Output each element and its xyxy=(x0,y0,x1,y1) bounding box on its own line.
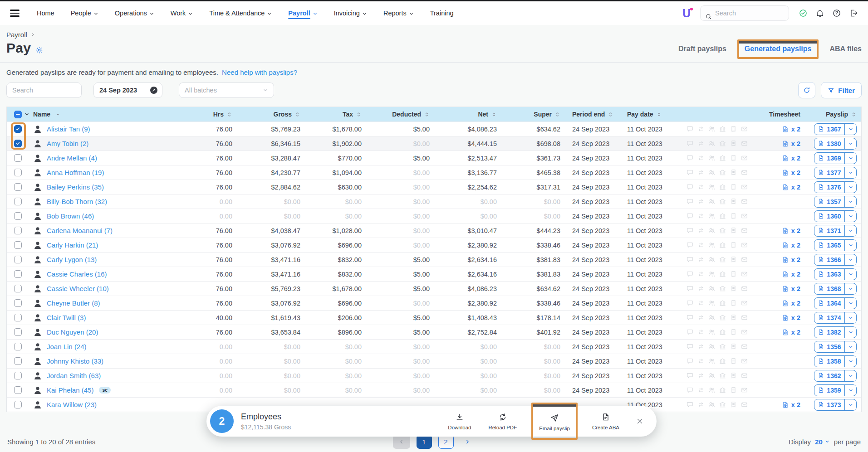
bank-icon[interactable] xyxy=(719,372,726,379)
transfer-icon[interactable] xyxy=(697,401,705,408)
employee-link[interactable]: Jordan Smith (63) xyxy=(47,372,101,379)
employee-link[interactable]: Bob Brown (46) xyxy=(47,212,94,220)
payslip-open-button[interactable]: 1382 xyxy=(814,327,844,338)
payslip-button[interactable]: 1357 xyxy=(814,196,857,208)
global-search-input[interactable] xyxy=(715,10,783,17)
payslip-button[interactable]: 1363 xyxy=(814,268,857,280)
payslip-open-button[interactable]: 1371 xyxy=(814,225,844,236)
nav-item-invoicing[interactable]: Invoicing xyxy=(334,10,367,17)
team-icon[interactable] xyxy=(708,328,716,336)
clear-date-button[interactable] xyxy=(150,87,157,94)
nav-item-operations[interactable]: Operations xyxy=(115,10,154,17)
employee-link[interactable]: Duc Nguyen (20) xyxy=(47,328,98,336)
transfer-icon[interactable] xyxy=(697,212,705,220)
comment-icon[interactable] xyxy=(686,343,694,350)
comment-icon[interactable] xyxy=(686,372,694,379)
envelope-icon[interactable] xyxy=(740,386,748,394)
bank-icon[interactable] xyxy=(719,154,726,162)
payslip-open-button[interactable]: 1374 xyxy=(814,312,844,323)
envelope-icon[interactable] xyxy=(740,241,748,249)
comment-icon[interactable] xyxy=(686,386,694,394)
payslip-button[interactable]: 1367 xyxy=(814,123,857,135)
team-icon[interactable] xyxy=(708,183,716,191)
receipt-icon[interactable] xyxy=(730,285,737,292)
payslip-open-button[interactable]: 1373 xyxy=(814,399,844,410)
team-icon[interactable] xyxy=(708,270,716,278)
select-menu-chevron-icon[interactable] xyxy=(24,112,29,117)
team-icon[interactable] xyxy=(708,241,716,249)
bank-icon[interactable] xyxy=(719,241,726,249)
employee-link[interactable]: Johnny Khisto (33) xyxy=(47,357,103,365)
column-header-hrs[interactable]: Hrs xyxy=(189,111,232,118)
payslip-open-button[interactable]: 1357 xyxy=(814,196,844,207)
pay-date-filter[interactable]: 24 Sep 2023 xyxy=(93,83,162,98)
employee-link[interactable]: Kai Phelan (45) xyxy=(47,386,93,394)
nav-item-home[interactable]: Home xyxy=(37,10,54,17)
payslip-dropdown-button[interactable] xyxy=(845,269,856,280)
payslip-dropdown-button[interactable] xyxy=(845,312,856,323)
row-checkbox[interactable] xyxy=(14,154,22,162)
transfer-icon[interactable] xyxy=(697,372,705,379)
envelope-icon[interactable] xyxy=(740,357,748,365)
help-link[interactable]: Need help with payslips? xyxy=(222,68,297,76)
receipt-icon[interactable] xyxy=(730,256,737,263)
column-header-gross[interactable]: Gross xyxy=(232,111,300,118)
row-checkbox[interactable] xyxy=(14,270,22,278)
nav-item-reports[interactable]: Reports xyxy=(383,10,414,17)
timesheet-link[interactable]: x 2 xyxy=(782,140,800,147)
transfer-icon[interactable] xyxy=(697,314,705,321)
bank-icon[interactable] xyxy=(719,198,726,205)
payslip-button[interactable]: 1365 xyxy=(814,239,857,251)
receipt-icon[interactable] xyxy=(730,401,737,408)
payslip-button[interactable]: 1362 xyxy=(814,370,857,382)
envelope-icon[interactable] xyxy=(740,328,748,336)
employee-link[interactable]: Cassie Wheeler (10) xyxy=(47,285,109,292)
employee-link[interactable]: Alistair Tan (9) xyxy=(47,125,90,133)
payslip-dropdown-button[interactable] xyxy=(845,211,856,222)
bank-icon[interactable] xyxy=(719,212,726,220)
payslip-dropdown-button[interactable] xyxy=(845,356,856,367)
team-icon[interactable] xyxy=(708,169,716,176)
bank-icon[interactable] xyxy=(719,386,726,394)
receipt-icon[interactable] xyxy=(730,140,737,147)
transfer-icon[interactable] xyxy=(697,227,705,234)
timesheet-link[interactable]: x 2 xyxy=(782,401,800,408)
row-checkbox[interactable] xyxy=(14,169,22,176)
tab-aba-files[interactable]: ABA files xyxy=(829,45,862,53)
envelope-icon[interactable] xyxy=(740,256,748,263)
row-checkbox[interactable] xyxy=(14,401,22,408)
timesheet-link[interactable]: x 2 xyxy=(782,329,800,336)
transfer-icon[interactable] xyxy=(697,386,705,394)
team-icon[interactable] xyxy=(708,227,716,234)
transfer-icon[interactable] xyxy=(697,256,705,263)
payslip-dropdown-button[interactable] xyxy=(845,327,856,338)
receipt-icon[interactable] xyxy=(730,386,737,394)
receipt-icon[interactable] xyxy=(730,169,737,176)
payslip-dropdown-button[interactable] xyxy=(845,283,856,294)
payslip-button[interactable]: 1360 xyxy=(814,210,857,222)
payslip-dropdown-button[interactable] xyxy=(845,240,856,251)
payslip-button[interactable]: 1368 xyxy=(814,283,857,295)
payslip-dropdown-button[interactable] xyxy=(845,254,856,265)
envelope-icon[interactable] xyxy=(740,270,748,278)
team-icon[interactable] xyxy=(708,140,716,147)
row-checkbox[interactable] xyxy=(14,372,22,379)
transfer-icon[interactable] xyxy=(697,357,705,365)
comment-icon[interactable] xyxy=(686,314,694,321)
timesheet-link[interactable]: x 2 xyxy=(782,256,800,263)
receipt-icon[interactable] xyxy=(730,212,737,220)
team-icon[interactable] xyxy=(708,357,716,365)
column-header-net[interactable]: Net xyxy=(430,111,497,118)
comment-icon[interactable] xyxy=(686,256,694,263)
table-search-input[interactable] xyxy=(12,87,76,94)
bank-icon[interactable] xyxy=(719,285,726,292)
receipt-icon[interactable] xyxy=(730,270,737,278)
verified-icon[interactable] xyxy=(799,9,808,18)
bank-icon[interactable] xyxy=(719,125,726,133)
select-all-checkbox[interactable] xyxy=(14,111,22,118)
nav-item-time-attendance[interactable]: Time & Attendance xyxy=(209,10,272,17)
nav-item-people[interactable]: People xyxy=(71,10,98,17)
batches-select[interactable]: All batches xyxy=(179,83,274,98)
envelope-icon[interactable] xyxy=(740,125,748,133)
payslip-dropdown-button[interactable] xyxy=(845,370,856,381)
